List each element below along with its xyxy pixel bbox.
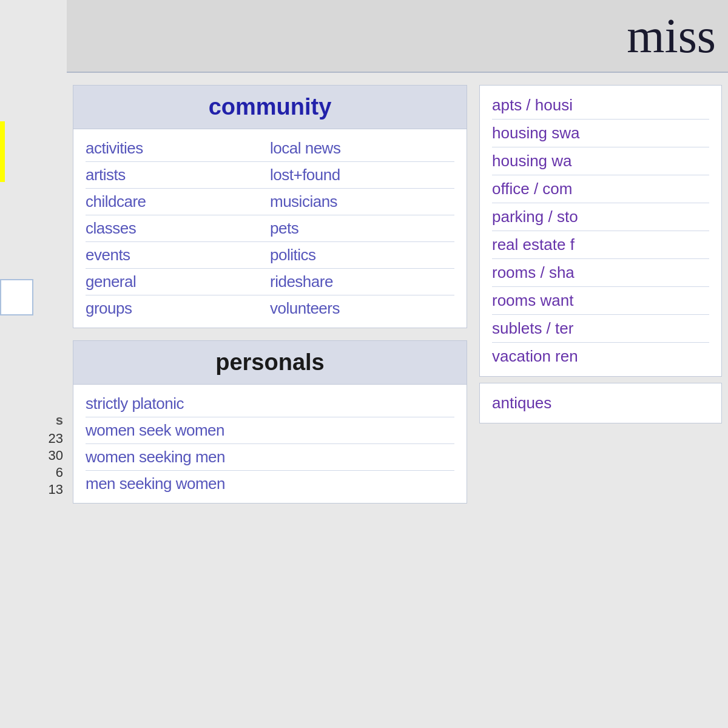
- personals-header: personals: [73, 341, 467, 385]
- link-activities[interactable]: activities: [86, 135, 270, 162]
- link-real-estate[interactable]: real estate f: [492, 231, 709, 259]
- community-right-links: local news lost+found musicians pets pol…: [270, 135, 454, 322]
- link-strictly-platonic[interactable]: strictly platonic: [86, 391, 454, 417]
- link-events[interactable]: events: [86, 242, 270, 269]
- content-area: community activities artists childcare c…: [67, 73, 728, 728]
- link-housing-wanted[interactable]: housing wa: [492, 147, 709, 175]
- link-vacation-rentals[interactable]: vacation ren: [492, 343, 709, 370]
- right-column: apts / housi housing swa housing wa offi…: [479, 85, 722, 722]
- link-sublets[interactable]: sublets / ter: [492, 315, 709, 343]
- housing-body: apts / housi housing swa housing wa offi…: [480, 86, 721, 376]
- link-pets[interactable]: pets: [270, 215, 454, 242]
- link-office-commercial[interactable]: office / com: [492, 175, 709, 203]
- personals-body: strictly platonic women seek women women…: [73, 385, 467, 503]
- sidebar-box: [0, 279, 33, 315]
- header-title: miss: [627, 8, 716, 64]
- link-groups[interactable]: groups: [86, 295, 270, 322]
- housing-section: apts / housi housing swa housing wa offi…: [479, 85, 722, 377]
- for-sale-section: antiques: [479, 383, 722, 423]
- sidebar-number-2: 30: [49, 448, 67, 463]
- link-housing-swap[interactable]: housing swa: [492, 120, 709, 147]
- link-local-news[interactable]: local news: [270, 135, 454, 162]
- link-women-seek-women[interactable]: women seek women: [86, 417, 454, 444]
- personals-section: personals strictly platonic women seek w…: [73, 340, 467, 504]
- link-antiques[interactable]: antiques: [492, 389, 709, 417]
- link-lost-found[interactable]: lost+found: [270, 162, 454, 189]
- link-rooms-shared[interactable]: rooms / sha: [492, 259, 709, 287]
- yellow-bar: [0, 121, 5, 182]
- sidebar: s 23 30 6 13: [0, 0, 67, 728]
- sidebar-label: s: [56, 413, 67, 428]
- link-men-seeking-women[interactable]: men seeking women: [86, 471, 454, 497]
- link-politics[interactable]: politics: [270, 242, 454, 269]
- link-women-seeking-men[interactable]: women seeking men: [86, 444, 454, 471]
- community-heading: community: [82, 94, 458, 120]
- community-header: community: [73, 86, 467, 129]
- link-classes[interactable]: classes: [86, 215, 270, 242]
- link-childcare[interactable]: childcare: [86, 189, 270, 215]
- left-column: community activities artists childcare c…: [73, 85, 467, 722]
- link-musicians[interactable]: musicians: [270, 189, 454, 215]
- community-section: community activities artists childcare c…: [73, 85, 467, 328]
- link-general[interactable]: general: [86, 269, 270, 295]
- personals-heading: personals: [82, 349, 458, 376]
- sidebar-number-4: 13: [49, 482, 67, 497]
- link-apts-housing[interactable]: apts / housi: [492, 92, 709, 120]
- link-volunteers[interactable]: volunteers: [270, 295, 454, 322]
- sidebar-number-1: 23: [49, 431, 67, 447]
- sidebar-number-3: 6: [56, 465, 67, 480]
- link-rideshare[interactable]: rideshare: [270, 269, 454, 295]
- main-content: miss community activities artists childc…: [67, 0, 728, 728]
- link-rooms-wanted[interactable]: rooms want: [492, 287, 709, 315]
- for-sale-body: antiques: [480, 383, 721, 423]
- community-left-links: activities artists childcare classes eve…: [86, 135, 270, 322]
- link-parking-storage[interactable]: parking / sto: [492, 203, 709, 231]
- community-body: activities artists childcare classes eve…: [73, 129, 467, 328]
- header: miss: [67, 0, 728, 73]
- link-artists[interactable]: artists: [86, 162, 270, 189]
